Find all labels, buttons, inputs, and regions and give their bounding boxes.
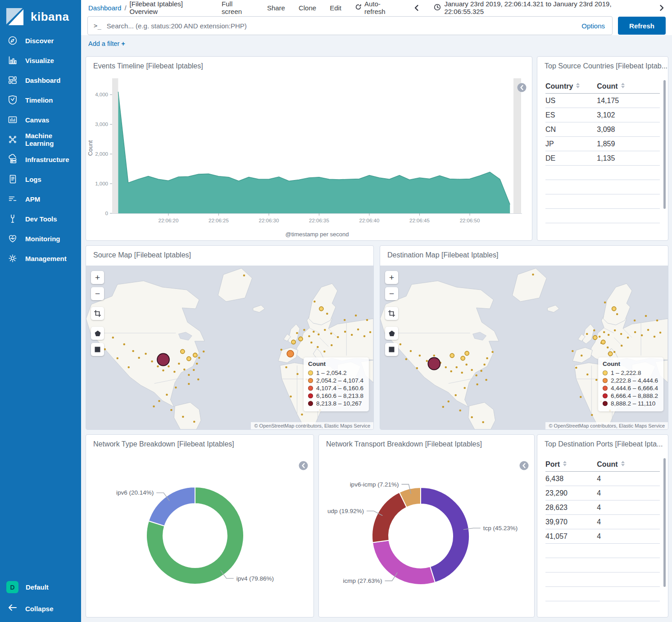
breadcrumb-dashboard-link[interactable]: Dashboard bbox=[88, 4, 121, 12]
sidebar-item-monitoring[interactable]: Monitoring bbox=[0, 229, 81, 248]
sidebar-item-machine-learning[interactable]: Machine Learning bbox=[0, 130, 81, 149]
zoom-out-button[interactable]: − bbox=[385, 287, 398, 300]
options-link[interactable]: Options bbox=[581, 22, 612, 30]
draw-rectangle-button[interactable] bbox=[91, 343, 104, 356]
search-input[interactable] bbox=[106, 22, 581, 30]
column-header-country[interactable]: Country bbox=[545, 82, 597, 90]
map-data-point bbox=[182, 416, 184, 418]
time-back-chevron[interactable] bbox=[413, 4, 420, 11]
sidebar-item-label: Management bbox=[25, 255, 67, 262]
sidebar-collapse-button[interactable]: Collapse bbox=[0, 598, 81, 617]
legend-toggle-icon[interactable] bbox=[299, 461, 308, 470]
clone-button[interactable]: Clone bbox=[299, 4, 316, 12]
bar-chart-icon bbox=[7, 55, 18, 66]
map-data-point bbox=[604, 302, 606, 304]
edit-button[interactable]: Edit bbox=[330, 4, 341, 12]
column-header-count[interactable]: Count bbox=[597, 460, 660, 469]
map-data-point bbox=[612, 306, 616, 311]
legend-item: 8,213.8 – 10,267 bbox=[308, 400, 363, 407]
map-data-point bbox=[178, 363, 180, 365]
map-data-point bbox=[654, 336, 656, 338]
auto-refresh-button[interactable]: Auto-refresh bbox=[355, 0, 400, 15]
destination-map[interactable]: +−Count1 – 2,222.82,222.8 – 4,444.64,444… bbox=[380, 266, 668, 429]
svg-text:22:06:35: 22:06:35 bbox=[309, 218, 329, 223]
source-map[interactable]: +−Count1 – 2,054.22,054.2 – 4,107.44,107… bbox=[86, 266, 373, 429]
svg-text:Count: Count bbox=[87, 140, 94, 156]
legend-swatch bbox=[603, 370, 608, 375]
add-filter-link[interactable]: Add a filter + bbox=[88, 40, 125, 47]
sidebar-item-label: Discover bbox=[25, 37, 54, 45]
map-data-point bbox=[465, 364, 468, 366]
map-data-point bbox=[450, 370, 452, 373]
sidebar-item-dashboard[interactable]: Dashboard bbox=[0, 70, 81, 90]
sidebar-item-label: Infrastructure bbox=[25, 156, 69, 163]
terminal-prompt-icon: >_ bbox=[88, 22, 106, 29]
map-data-point bbox=[151, 361, 153, 363]
plus-icon: + bbox=[389, 273, 394, 283]
map-data-point bbox=[175, 387, 177, 389]
map-data-point bbox=[145, 353, 147, 355]
refresh-button[interactable]: Refresh bbox=[618, 17, 666, 35]
map-data-point bbox=[170, 409, 173, 411]
time-range-picker[interactable]: January 23rd 2019, 22:06:14.321 to Janua… bbox=[434, 0, 645, 15]
map-data-point bbox=[480, 370, 482, 372]
map-data-point bbox=[461, 372, 463, 374]
square-icon bbox=[389, 347, 395, 352]
sidebar-item-label: Dev Tools bbox=[25, 215, 57, 223]
sidebar-item-logs[interactable]: Logs bbox=[0, 169, 81, 189]
legend-toggle-icon[interactable] bbox=[517, 83, 527, 92]
share-button[interactable]: Share bbox=[267, 4, 285, 12]
map-data-point bbox=[188, 383, 190, 385]
map-data-point bbox=[132, 350, 134, 352]
sidebar-item-dev-tools[interactable]: Dev Tools bbox=[0, 209, 81, 229]
column-header-port[interactable]: Port bbox=[545, 460, 597, 469]
sidebar-item-canvas[interactable]: Canvas bbox=[0, 110, 81, 130]
map-data-point bbox=[331, 344, 333, 347]
sidebar-item-visualize[interactable]: Visualize bbox=[0, 50, 81, 70]
panel-network-type: Network Type Breakdown [Filebeat Iptable… bbox=[86, 434, 314, 617]
time-forward-chevron[interactable] bbox=[659, 4, 666, 11]
map-data-point bbox=[410, 350, 412, 352]
legend-toggle-icon[interactable] bbox=[519, 461, 529, 470]
map-data-point bbox=[285, 366, 287, 369]
network-type-donut-chart[interactable]: ipv4 (79.86%)ipv6 (20.14%) bbox=[86, 435, 314, 617]
space-selector-default[interactable]: D Default bbox=[0, 577, 81, 598]
zoom-out-button[interactable]: − bbox=[91, 287, 104, 300]
map-attribution: © OpenStreetMap contributors, Elastic Ma… bbox=[545, 422, 668, 429]
sidebar-item-infrastructure[interactable]: Infrastructure bbox=[0, 149, 81, 169]
kibana-logo[interactable]: kibana bbox=[0, 0, 81, 31]
draw-rectangle-button[interactable] bbox=[385, 343, 398, 356]
sort-icon bbox=[563, 461, 567, 466]
map-data-point bbox=[324, 329, 326, 331]
panel-source-map: Source Map [Filebeat Iptables] +−Count1 … bbox=[86, 245, 374, 430]
draw-polygon-button[interactable] bbox=[385, 327, 398, 340]
sidebar-item-apm[interactable]: APM bbox=[0, 189, 81, 209]
sidebar-item-timelion[interactable]: Timelion bbox=[0, 90, 81, 110]
legend-swatch bbox=[308, 401, 313, 406]
legend-item: 8,888.2 – 11,110 bbox=[603, 400, 658, 407]
map-data-point bbox=[581, 355, 583, 357]
zoom-in-button[interactable]: + bbox=[385, 271, 398, 284]
sidebar-item-discover[interactable]: Discover bbox=[0, 31, 81, 50]
svg-text:22:06:45: 22:06:45 bbox=[409, 218, 430, 223]
draw-polygon-button[interactable] bbox=[91, 327, 104, 340]
crop-icon bbox=[388, 310, 395, 317]
crop-tool-button[interactable] bbox=[91, 307, 104, 320]
sidebar-item-management[interactable]: Management bbox=[0, 248, 81, 268]
network-transport-donut-chart[interactable]: tcp (45.23%)icmp (27.63%)udp (19.92%)ipv… bbox=[319, 435, 535, 617]
table-scrollbar[interactable] bbox=[663, 80, 666, 209]
map-data-point bbox=[344, 319, 346, 321]
map-data-point bbox=[318, 334, 320, 336]
svg-text:tcp (45.23%): tcp (45.23%) bbox=[483, 525, 518, 532]
map-data-point bbox=[157, 365, 159, 368]
svg-text:22:06:50: 22:06:50 bbox=[460, 218, 480, 223]
timelion-shield-icon bbox=[7, 95, 18, 105]
column-header-count[interactable]: Count bbox=[597, 82, 660, 90]
zoom-in-button[interactable]: + bbox=[91, 271, 104, 284]
crop-tool-button[interactable] bbox=[385, 307, 398, 320]
infrastructure-icon bbox=[7, 154, 18, 165]
compass-icon bbox=[7, 35, 18, 46]
full-screen-button[interactable]: Full screen bbox=[222, 0, 254, 15]
table-scrollbar[interactable] bbox=[663, 458, 666, 587]
events-timeline-chart[interactable]: 01,0002,0003,0004,00022:06:2022:06:2522:… bbox=[86, 74, 532, 240]
